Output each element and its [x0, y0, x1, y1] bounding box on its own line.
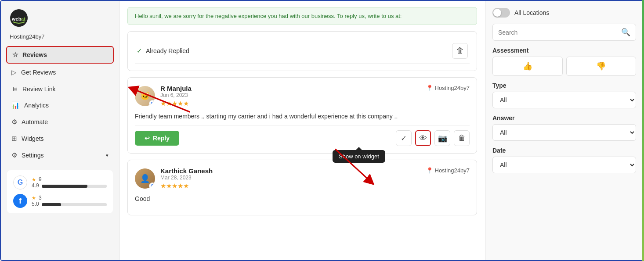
chart-icon: 📊 — [11, 101, 20, 109]
all-locations-toggle[interactable] — [492, 8, 510, 18]
review-header-1: 🐱 G R Manjula Jun 6, 2023 ★★★★★ 📍 Hostin… — [135, 85, 470, 107]
thumbs-down-icon: 👎 — [596, 61, 606, 71]
reviewer-name-1: R Manjula — [160, 85, 192, 92]
google-count: 9 — [39, 176, 42, 182]
review-header-2: 👤 G Karthick Ganesh Mar 28, 2023 ★★★★★ 📍… — [135, 167, 470, 190]
answer-section: Answer All Replied Not Replied — [492, 114, 636, 141]
sidebar-item-review-link[interactable]: 🖥 Review Link — [6, 81, 114, 97]
sidebar-item-settings[interactable]: ⚙ Settings ▾ — [6, 147, 114, 163]
sidebar-nav: ☆ Reviews ▷ Get Reviews 🖥 Review Link 📊 … — [1, 44, 119, 165]
automate-icon: ⚙ — [11, 118, 17, 126]
search-input[interactable] — [498, 29, 618, 36]
trash-icon: 🗑 — [456, 46, 464, 55]
locations-label: All Locations — [514, 9, 549, 16]
search-box: 🔍 — [492, 24, 636, 41]
toggle-knob — [493, 9, 501, 17]
google-bar-container — [42, 185, 107, 188]
review-stars-2: ★★★★★ — [160, 182, 213, 190]
show-on-widget-tooltip: Show on widget — [333, 150, 385, 163]
sidebar-item-label: Reviews — [22, 51, 47, 58]
widgets-icon: ⊞ — [11, 135, 17, 143]
replied-banner: Hello sunil, we are sorry for the negati… — [127, 7, 477, 25]
facebook-rating: 5.0 — [32, 201, 39, 207]
arrow-right-icon: ▷ — [11, 68, 17, 76]
thumbs-up-button[interactable]: 👍 — [492, 57, 563, 76]
sidebar: web at Hosting24by7 ☆ Reviews ▷ Get Revi… — [1, 1, 119, 260]
date-section: Date All Today This Week This Month — [492, 147, 636, 173]
review-date-2: Mar 28, 2023 — [160, 175, 213, 181]
already-replied-card: ✓ Already Replied 🗑 — [127, 31, 477, 71]
facebook-bar — [42, 203, 61, 206]
thumbs-up-icon: 👍 — [523, 61, 532, 71]
eye-icon: 👁 — [419, 134, 427, 143]
reply-button-1[interactable]: ↩ Reply — [135, 131, 179, 146]
google-stat-info: ★ 9 4.9 — [32, 176, 107, 189]
sidebar-item-automate[interactable]: ⚙ Automate — [6, 114, 114, 130]
settings-chevron-icon: ▾ — [106, 153, 109, 158]
reviewer-info-1: 🐱 G R Manjula Jun 6, 2023 ★★★★★ — [135, 85, 192, 107]
svg-text:at: at — [21, 16, 25, 21]
type-label: Type — [492, 82, 636, 89]
sidebar-item-label: Automate — [22, 118, 48, 125]
trash-icon-1: 🗑 — [458, 134, 466, 143]
location-pin-icon: 📍 — [426, 85, 433, 91]
sidebar-item-label: Review Link — [22, 86, 55, 93]
assessment-row: 👍 👎 — [492, 57, 636, 76]
instagram-icon: 📷 — [438, 134, 447, 143]
date-label: Date — [492, 147, 636, 154]
instagram-button-1[interactable]: 📷 — [434, 130, 450, 146]
google-rating: 4.9 — [32, 182, 39, 189]
replied-banner-text: Hello sunil, we are sorry for the negati… — [135, 13, 402, 19]
type-select[interactable]: All Google Facebook — [492, 92, 636, 108]
location-pin-icon-2: 📍 — [426, 167, 433, 174]
thumbs-down-button[interactable]: 👎 — [566, 57, 637, 76]
sidebar-item-get-reviews[interactable]: ▷ Get Reviews — [6, 64, 114, 80]
review-text-2: Good — [135, 194, 470, 204]
settings-icon: ⚙ — [11, 151, 17, 159]
sidebar-item-label: Analytics — [24, 102, 49, 109]
avatar-1: 🐱 G — [135, 86, 155, 106]
review-stars-1: ★★★★★ — [160, 100, 192, 107]
platform-stats: G ★ 9 4.9 f — [7, 170, 113, 213]
date-select[interactable]: All Today This Week This Month — [492, 157, 636, 173]
review-card-2: 👤 G Karthick Ganesh Mar 28, 2023 ★★★★★ 📍… — [127, 160, 477, 215]
sidebar-item-reviews[interactable]: ☆ Reviews — [6, 46, 114, 64]
facebook-count: 3 — [39, 195, 42, 201]
already-replied-label-group: ✓ Already Replied — [137, 47, 189, 55]
google-badge-2: G — [149, 182, 155, 189]
google-badge-1: G — [149, 100, 155, 106]
facebook-bar-container — [42, 203, 107, 206]
review-location-2: 📍 Hosting24by7 — [426, 167, 470, 174]
facebook-stat-row: f ★ 3 5.0 — [13, 194, 107, 208]
already-replied-row: ✓ Already Replied 🗑 — [135, 39, 470, 64]
account-name: Hosting24by7 — [1, 32, 119, 44]
reviewer-info-2: 👤 G Karthick Ganesh Mar 28, 2023 ★★★★★ — [135, 167, 213, 190]
webat-logo: web at — [10, 9, 28, 27]
answer-select[interactable]: All Replied Not Replied — [492, 124, 636, 141]
check-circle-icon: ✓ — [401, 134, 407, 143]
locations-row: All Locations — [492, 8, 636, 18]
green-accent-bar — [642, 0, 644, 261]
sidebar-item-widgets[interactable]: ⊞ Widgets — [6, 131, 114, 147]
delete-button-1[interactable]: 🗑 — [454, 130, 470, 146]
search-icon[interactable]: 🔍 — [621, 28, 630, 37]
avatar-2: 👤 G — [135, 168, 155, 189]
checkmark-icon: ✓ — [137, 47, 142, 55]
approve-button-1[interactable]: ✓ — [396, 130, 412, 146]
star-icon: ☆ — [12, 51, 18, 59]
assessment-section: Assessment 👍 👎 — [492, 47, 636, 76]
right-panel: All Locations 🔍 Assessment 👍 👎 Type All … — [485, 1, 643, 260]
google-stat-row: G ★ 9 4.9 — [13, 175, 107, 189]
sidebar-item-label: Get Reviews — [21, 69, 56, 76]
answer-label: Answer — [492, 114, 636, 122]
reviewer-name-2: Karthick Ganesh — [160, 167, 213, 175]
facebook-stars: ★ — [32, 195, 36, 201]
sidebar-item-analytics[interactable]: 📊 Analytics — [6, 97, 114, 113]
review-actions-1: ↩ Reply ✓ 👁 📷 🗑 — [135, 125, 470, 146]
sidebar-item-label: Settings — [22, 152, 44, 159]
review-location-1: 📍 Hosting24by7 — [426, 85, 470, 91]
show-on-widget-button-1[interactable]: 👁 — [415, 130, 431, 146]
review-date-1: Jun 6, 2023 — [160, 92, 192, 98]
facebook-stat-info: ★ 3 5.0 — [32, 195, 107, 207]
delete-replied-button[interactable]: 🗑 — [452, 43, 468, 59]
